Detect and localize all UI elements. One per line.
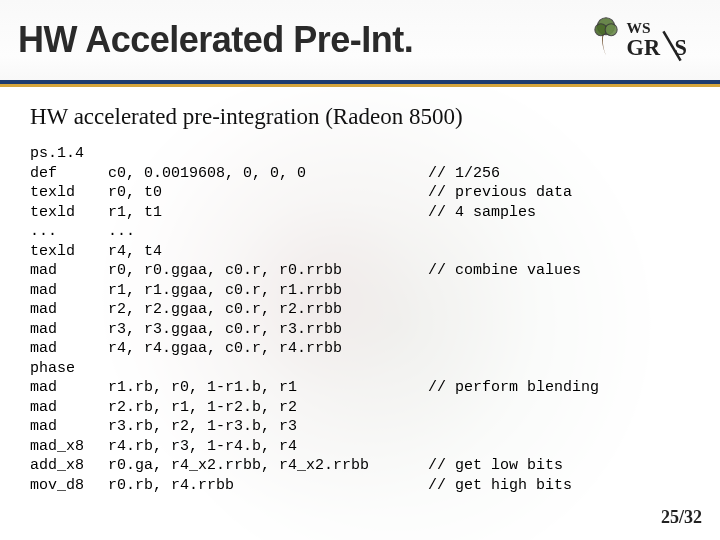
code-args: r1, t1	[108, 203, 428, 223]
code-opcode: mad	[30, 339, 108, 359]
code-args: r2, r2.ggaa, c0.r, r2.rrbb	[108, 300, 428, 320]
code-opcode: def	[30, 164, 108, 184]
code-comment	[428, 320, 690, 340]
code-opcode: mad	[30, 320, 108, 340]
code-comment: // get high bits	[428, 476, 690, 496]
svg-text:GR: GR	[627, 35, 661, 60]
code-line: madr2.rb, r1, 1-r2.b, r2	[30, 398, 690, 418]
shader-code-block: ps.1.4defc0, 0.0019608, 0, 0, 0// 1/256t…	[30, 144, 690, 495]
slide-subtitle: HW accelerated pre-integration (Radeon 8…	[30, 104, 690, 130]
code-line: madr4, r4.ggaa, c0.r, r4.rrbb	[30, 339, 690, 359]
code-opcode: phase	[30, 359, 108, 379]
code-line: madr1.rb, r0, 1-r1.b, r1// perform blend…	[30, 378, 690, 398]
code-args: r4, r4.ggaa, c0.r, r4.rrbb	[108, 339, 428, 359]
svg-point-2	[605, 24, 617, 36]
code-args: r0.rb, r4.rrbb	[108, 476, 428, 496]
code-line: mad_x8r4.rb, r3, 1-r4.b, r4	[30, 437, 690, 457]
code-line: madr3, r3.ggaa, c0.r, r3.rrbb	[30, 320, 690, 340]
code-args: r1, r1.ggaa, c0.r, r1.rrbb	[108, 281, 428, 301]
code-comment: // 4 samples	[428, 203, 690, 223]
logo-icon: WS GR S	[582, 12, 702, 68]
code-comment	[428, 398, 690, 418]
code-args: r0.ga, r4_x2.rrbb, r4_x2.rrbb	[108, 456, 428, 476]
code-line: texldr1, t1// 4 samples	[30, 203, 690, 223]
code-comment	[428, 281, 690, 301]
page-number: 25/32	[661, 507, 702, 528]
code-line: texldr0, t0// previous data	[30, 183, 690, 203]
code-line: defc0, 0.0019608, 0, 0, 0// 1/256	[30, 164, 690, 184]
code-args: ...	[108, 222, 428, 242]
code-opcode: mad	[30, 378, 108, 398]
code-line: ps.1.4	[30, 144, 690, 164]
code-comment: // 1/256	[428, 164, 690, 184]
code-comment: // perform blending	[428, 378, 690, 398]
code-line: ......	[30, 222, 690, 242]
slide-title: HW Accelerated Pre-Int.	[18, 19, 582, 61]
code-opcode: mad	[30, 281, 108, 301]
code-args	[108, 144, 428, 164]
code-opcode: texld	[30, 183, 108, 203]
code-line: madr0, r0.ggaa, c0.r, r0.rrbb// combine …	[30, 261, 690, 281]
code-args: r4, t4	[108, 242, 428, 262]
code-args: r0, r0.ggaa, c0.r, r0.rrbb	[108, 261, 428, 281]
code-line: add_x8r0.ga, r4_x2.rrbb, r4_x2.rrbb// ge…	[30, 456, 690, 476]
code-comment	[428, 242, 690, 262]
code-opcode: texld	[30, 203, 108, 223]
code-args: r3, r3.ggaa, c0.r, r3.rrbb	[108, 320, 428, 340]
code-args: r2.rb, r1, 1-r2.b, r2	[108, 398, 428, 418]
code-line: texldr4, t4	[30, 242, 690, 262]
code-comment: // combine values	[428, 261, 690, 281]
code-line: madr1, r1.ggaa, c0.r, r1.rrbb	[30, 281, 690, 301]
code-opcode: mad_x8	[30, 437, 108, 457]
code-args: r0, t0	[108, 183, 428, 203]
code-opcode: mad	[30, 300, 108, 320]
slide-body: HW accelerated pre-integration (Radeon 8…	[0, 84, 720, 495]
code-opcode: texld	[30, 242, 108, 262]
code-args	[108, 359, 428, 379]
code-opcode: mad	[30, 398, 108, 418]
code-opcode: mad	[30, 417, 108, 437]
code-args: c0, 0.0019608, 0, 0, 0	[108, 164, 428, 184]
code-comment: // previous data	[428, 183, 690, 203]
code-line: madr3.rb, r2, 1-r3.b, r3	[30, 417, 690, 437]
code-comment	[428, 339, 690, 359]
code-comment	[428, 300, 690, 320]
code-opcode: mov_d8	[30, 476, 108, 496]
code-args: r1.rb, r0, 1-r1.b, r1	[108, 378, 428, 398]
code-comment	[428, 144, 690, 164]
code-opcode: ...	[30, 222, 108, 242]
code-opcode: add_x8	[30, 456, 108, 476]
logo-wsgrs: WS GR S	[582, 10, 702, 70]
code-comment: // get low bits	[428, 456, 690, 476]
code-comment	[428, 222, 690, 242]
code-comment	[428, 437, 690, 457]
code-args: r4.rb, r3, 1-r4.b, r4	[108, 437, 428, 457]
code-line: phase	[30, 359, 690, 379]
code-comment	[428, 417, 690, 437]
code-opcode: mad	[30, 261, 108, 281]
code-args: r3.rb, r2, 1-r3.b, r3	[108, 417, 428, 437]
code-line: mov_d8r0.rb, r4.rrbb// get high bits	[30, 476, 690, 496]
code-comment	[428, 359, 690, 379]
code-opcode: ps.1.4	[30, 144, 108, 164]
svg-text:S: S	[675, 35, 687, 60]
svg-text:WS: WS	[627, 19, 651, 36]
slide-header: HW Accelerated Pre-Int. WS GR S	[0, 0, 720, 84]
code-line: madr2, r2.ggaa, c0.r, r2.rrbb	[30, 300, 690, 320]
